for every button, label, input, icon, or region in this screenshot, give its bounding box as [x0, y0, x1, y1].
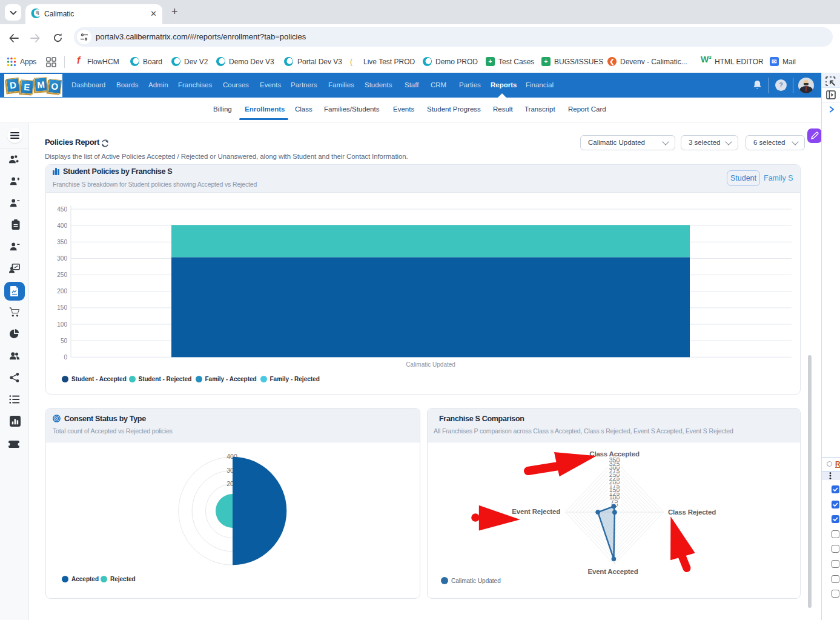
- svg-text:100: 100: [57, 321, 67, 328]
- svg-text:Event Rejected: Event Rejected: [512, 508, 560, 515]
- svg-text:200: 200: [57, 288, 67, 295]
- svg-text:50: 50: [61, 338, 68, 344]
- svg-text:Event Accepted: Event Accepted: [587, 568, 638, 575]
- svg-text:Class Accepted: Class Accepted: [589, 450, 640, 458]
- svg-text:0: 0: [64, 354, 67, 361]
- svg-text:Calimatic Updated: Calimatic Updated: [406, 361, 455, 368]
- svg-text:250: 250: [57, 272, 67, 278]
- svg-text:300: 300: [57, 255, 67, 262]
- svg-text:350: 350: [57, 239, 67, 245]
- svg-text:450: 450: [57, 206, 67, 213]
- svg-text:Class Rejected: Class Rejected: [668, 508, 716, 516]
- svg-text:150: 150: [57, 304, 67, 311]
- svg-text:400: 400: [57, 222, 67, 229]
